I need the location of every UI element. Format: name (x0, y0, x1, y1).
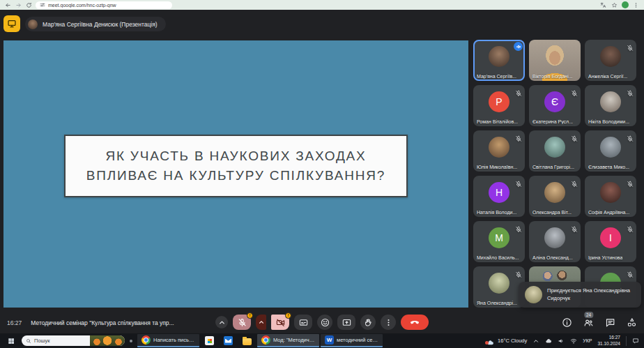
participant-letter-avatar: М (489, 227, 509, 248)
participant-name: Олександра Віт... (532, 210, 572, 215)
activities-button[interactable] (627, 317, 637, 328)
mic-muted-icon (571, 178, 578, 185)
participant-tile[interactable]: Єлизавета Мико... (585, 130, 636, 172)
mic-toggle-button[interactable]: ! (233, 315, 251, 330)
address-bar[interactable]: meet.google.com/hnc-oztp-qnw (36, 1, 172, 9)
participant-tile[interactable]: ІІрина Устинова (585, 221, 636, 262)
mic-muted-icon (627, 133, 634, 139)
taskbar-search-input[interactable]: Пошук (22, 335, 125, 346)
weather-text: 16°C Cloudy (498, 338, 527, 344)
mic-muted-icon (571, 133, 578, 139)
taskbar-mail[interactable] (220, 334, 237, 347)
start-button[interactable] (3, 334, 20, 347)
mic-muted-icon (571, 223, 578, 230)
hand-icon (364, 318, 373, 327)
present-button[interactable] (337, 315, 355, 330)
participant-tile[interactable]: Олександра Віт... (529, 176, 581, 217)
taskbar-clock[interactable]: 16:27 31.10.2024 (597, 335, 620, 347)
bookmark-star-icon[interactable] (611, 1, 618, 9)
word-icon: W (325, 335, 334, 345)
taskbar-explorer[interactable] (238, 334, 256, 347)
participant-name: Єлизавета Мико... (588, 165, 629, 169)
camera-options-button[interactable] (256, 315, 266, 330)
camera-toggle-button[interactable]: ! (271, 315, 289, 330)
taskbar-separator-dot (130, 340, 132, 342)
people-button[interactable]: 24 (583, 317, 594, 328)
chrome-icon (261, 335, 270, 345)
captions-icon (299, 318, 308, 327)
participant-name: Наталія Володи... (477, 210, 516, 215)
back-icon[interactable] (4, 1, 11, 8)
mic-options-button[interactable] (215, 316, 228, 328)
presenter-pill[interactable]: Мар'яна Сергіївна Денисюк (Презентація) (25, 17, 166, 31)
presentation-overlay-button[interactable] (3, 15, 20, 32)
participant-tile[interactable]: ММихайло Василь... (473, 221, 525, 262)
keyboard-language[interactable]: УКР (583, 338, 592, 343)
participant-tile[interactable]: Софія Андріївна... (585, 176, 636, 217)
participant-name: Єкатерина Русл... (532, 119, 573, 124)
slide-title: ЯК УЧАСТЬ В НАУКОВИХ ЗАХОДАХ ВПЛИВАЄ НА … (72, 146, 399, 185)
mic-muted-icon (627, 87, 634, 94)
participant-avatar (600, 182, 621, 203)
participant-letter-avatar: Р (489, 91, 509, 112)
refresh-icon[interactable] (25, 1, 32, 8)
action-center-icon[interactable] (632, 338, 639, 345)
browser-menu-icon[interactable] (632, 1, 640, 9)
participant-avatar (544, 137, 565, 158)
browser-profile-avatar[interactable] (622, 1, 629, 8)
participant-name: Ірина Устинова (588, 255, 622, 260)
taskbar-date: 31.10.2024 (597, 341, 620, 347)
presentation-icon (7, 19, 17, 29)
store-icon (205, 336, 214, 345)
taskbar-app-label: Мод: "Методичн... (273, 337, 315, 343)
participant-tile[interactable]: Юлія Миколаївн... (473, 130, 525, 172)
taskbar-app-label: Написать письмо ... (153, 337, 195, 343)
translate-icon[interactable] (599, 1, 607, 9)
presenter-avatar (28, 20, 38, 29)
participant-name: Мар'яна Сергіїв... (477, 74, 516, 79)
taskbar-weather[interactable]: 16°C Cloudy (486, 337, 527, 345)
reactions-button[interactable] (317, 315, 332, 330)
participant-tile[interactable]: Яна Олександрі... (473, 266, 525, 308)
participant-tile[interactable]: Світлана Григорі... (529, 130, 581, 172)
hidden-icons-chevron-icon[interactable] (532, 338, 539, 345)
meeting-time: 16:27 (7, 319, 22, 326)
taskbar-word[interactable]: Wметодичний семін... (321, 334, 383, 347)
call-controls: !! (215, 315, 429, 330)
mic-muted-icon (515, 178, 522, 185)
participant-tile[interactable]: Вікторія Богдані... (529, 40, 581, 81)
show-desktop-divider[interactable] (626, 336, 627, 346)
participant-avatar (544, 182, 565, 203)
forward-icon[interactable] (15, 1, 22, 8)
raise-hand-button[interactable] (360, 315, 376, 330)
mail-icon (224, 336, 233, 345)
participant-tile[interactable]: Анжеліка Сергії... (585, 40, 636, 81)
captions-button[interactable] (294, 315, 312, 330)
taskbar-store[interactable] (201, 334, 218, 347)
mic-muted-icon (515, 268, 522, 275)
participant-tile[interactable]: Нікіта Володими... (585, 85, 636, 126)
participant-tile[interactable]: Мар'яна Сергіїв... (473, 40, 525, 81)
volume-icon[interactable] (558, 338, 565, 345)
participant-tile[interactable]: ННаталія Володи... (473, 176, 525, 217)
onedrive-icon[interactable] (545, 338, 552, 345)
participant-tile[interactable]: Аліна Олександ... (529, 221, 581, 262)
meeting-info-button[interactable] (562, 317, 572, 328)
taskbar-chrome-meet[interactable]: Мод: "Методичн... (257, 334, 319, 347)
presentation-slide[interactable]: ЯК УЧАСТЬ В НАУКОВИХ ЗАХОДАХ ВПЛИВАЄ НА … (3, 40, 468, 308)
taskbar-chrome-letter[interactable]: Написать письмо ... (137, 334, 199, 347)
search-highlight-image[interactable] (90, 335, 125, 346)
more-options-button[interactable] (381, 315, 396, 330)
info-icon (562, 317, 572, 328)
end-call-button[interactable] (401, 315, 429, 330)
chat-button[interactable] (605, 317, 615, 328)
participant-tile[interactable]: РРоман Віталійов... (473, 85, 525, 126)
mic-muted-icon (515, 87, 522, 94)
participant-avatar (489, 137, 509, 158)
participant-tile[interactable]: ЄЄкатерина Русл... (529, 85, 581, 126)
mic-muted-icon (627, 223, 634, 230)
browser-toolbar: meet.google.com/hnc-oztp-qnw (0, 0, 644, 10)
taskbar-app-label: методичний семін... (337, 337, 378, 343)
mic-muted-icon (627, 268, 634, 275)
network-icon[interactable] (570, 338, 577, 345)
